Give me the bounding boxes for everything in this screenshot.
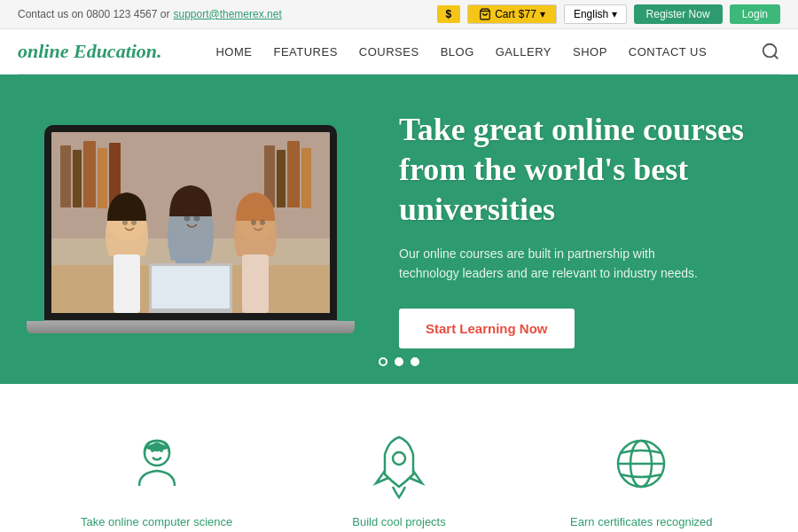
contact-info: Contact us on 0800 123 4567 or support@t… bbox=[18, 8, 282, 20]
language-button[interactable]: English ▾ bbox=[564, 4, 627, 24]
navbar: online Education. HOME FEATURES COURSES … bbox=[0, 29, 798, 74]
svg-rect-5 bbox=[60, 145, 71, 207]
svg-point-25 bbox=[131, 220, 137, 225]
hero-section: Take great online courses from the world… bbox=[0, 74, 798, 384]
feature-1-text: Take online computer science courseswith… bbox=[62, 513, 251, 532]
svg-rect-23 bbox=[242, 254, 269, 313]
nav-blog[interactable]: BLOG bbox=[441, 45, 474, 59]
rocket-icon bbox=[364, 428, 434, 499]
nav-courses[interactable]: COURSES bbox=[359, 45, 419, 59]
svg-rect-6 bbox=[73, 150, 82, 207]
slide-dot-1[interactable] bbox=[379, 357, 387, 366]
svg-rect-12 bbox=[287, 141, 300, 207]
cart-chevron: ▾ bbox=[540, 8, 545, 20]
nav-gallery[interactable]: GALLERY bbox=[496, 45, 552, 59]
register-button[interactable]: Register Now bbox=[634, 4, 723, 24]
top-bar-actions: $ Cart $77 ▾ English ▾ Register Now Logi… bbox=[437, 4, 781, 24]
feature-2-text: Build cool projectsto showcase your skil… bbox=[304, 513, 493, 532]
feature-3: Earn certificates recognizedby Industry bbox=[520, 428, 763, 532]
svg-rect-20 bbox=[152, 266, 230, 309]
laptop-screen bbox=[44, 125, 337, 320]
cart-button[interactable]: Cart $77 ▾ bbox=[467, 4, 557, 24]
nav-links: HOME FEATURES COURSES BLOG GALLERY SHOP … bbox=[215, 43, 707, 59]
svg-rect-8 bbox=[98, 148, 107, 208]
svg-point-27 bbox=[194, 215, 200, 221]
svg-rect-13 bbox=[301, 148, 311, 208]
top-bar: Contact us on 0800 123 4567 or support@t… bbox=[0, 0, 798, 29]
svg-rect-11 bbox=[277, 150, 286, 207]
nav-features[interactable]: FEATURES bbox=[273, 45, 337, 59]
contact-email[interactable]: support@themerex.net bbox=[173, 8, 281, 20]
nav-home[interactable]: HOME bbox=[215, 45, 252, 59]
feature-2: Build cool projectsto showcase your skil… bbox=[278, 428, 520, 532]
svg-line-2 bbox=[774, 55, 778, 59]
person-icon bbox=[121, 428, 192, 499]
hero-image bbox=[44, 125, 355, 333]
cart-icon bbox=[479, 8, 491, 20]
svg-point-29 bbox=[260, 220, 265, 225]
slide-dot-2[interactable] bbox=[395, 357, 403, 366]
svg-point-33 bbox=[393, 452, 405, 465]
feature-3-text: Earn certificates recognizedby Industry bbox=[547, 513, 736, 532]
slide-dots bbox=[379, 357, 419, 366]
hero-title: Take great online courses from the world… bbox=[399, 110, 754, 230]
language-label: English bbox=[574, 8, 608, 20]
start-learning-button[interactable]: Start Learning Now bbox=[399, 309, 575, 348]
search-icon[interactable] bbox=[761, 42, 780, 61]
site-logo: online Education. bbox=[18, 40, 162, 63]
slide-dot-3[interactable] bbox=[411, 357, 419, 366]
svg-point-24 bbox=[122, 220, 128, 225]
login-button[interactable]: Login bbox=[730, 4, 780, 24]
globe-icon bbox=[606, 428, 677, 499]
hero-content: Take great online courses from the world… bbox=[355, 110, 754, 348]
contact-text: Contact us on 0800 123 4567 or bbox=[18, 8, 169, 20]
nav-contact[interactable]: CONTACT US bbox=[629, 45, 707, 59]
students-image bbox=[51, 132, 330, 313]
currency-button[interactable]: $ bbox=[437, 5, 461, 23]
nav-shop[interactable]: SHOP bbox=[573, 45, 607, 59]
svg-point-26 bbox=[184, 215, 191, 221]
feature-1: Take online computer science courseswith… bbox=[35, 428, 278, 532]
cart-amount: $77 bbox=[519, 8, 536, 20]
svg-point-1 bbox=[763, 44, 777, 58]
hero-subtitle: Our online courses are built in partners… bbox=[399, 244, 718, 284]
svg-rect-7 bbox=[83, 141, 96, 207]
svg-rect-16 bbox=[113, 254, 140, 313]
svg-point-28 bbox=[251, 220, 256, 225]
cart-label: Cart bbox=[495, 8, 515, 20]
features-section: Take online computer science courseswith… bbox=[0, 384, 798, 532]
